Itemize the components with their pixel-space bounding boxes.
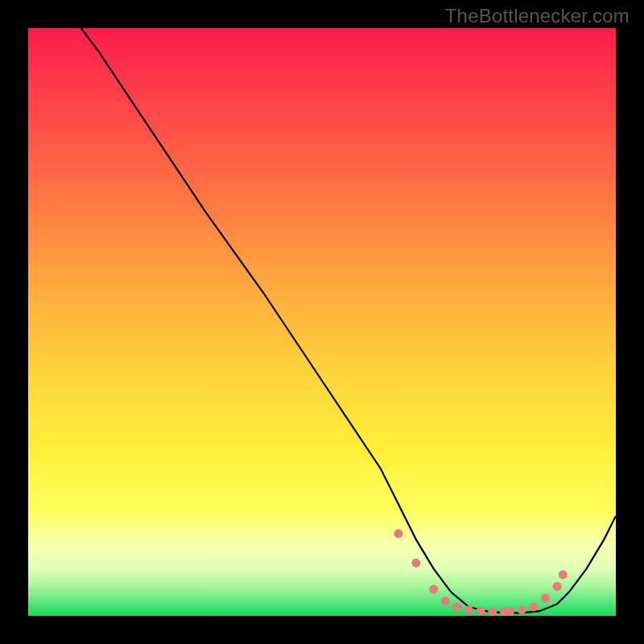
chart-marker-dot bbox=[518, 605, 526, 614]
chart-marker-dot bbox=[541, 594, 550, 603]
chart-marker-dot bbox=[394, 529, 402, 538]
chart-marker-dot bbox=[452, 603, 461, 612]
chart-marker-dot bbox=[411, 559, 420, 568]
chart-marker-dot bbox=[429, 585, 438, 594]
watermark-text: TheBottlenecker.com bbox=[445, 5, 630, 27]
chart-marker-dot bbox=[477, 607, 485, 616]
chart-curve-line bbox=[81, 28, 616, 613]
chart-marker-dot bbox=[529, 603, 538, 612]
chart-marker-dot bbox=[559, 570, 568, 579]
chart-marker-dot bbox=[441, 597, 450, 605]
chart-marker-dot bbox=[464, 605, 473, 614]
chart-marker-dot bbox=[488, 607, 497, 616]
chart-marker-dot bbox=[553, 582, 562, 591]
chart-svg bbox=[28, 28, 616, 616]
chart-marker-group bbox=[394, 529, 567, 616]
chart-area bbox=[28, 28, 616, 616]
chart-marker-dot bbox=[506, 607, 514, 616]
